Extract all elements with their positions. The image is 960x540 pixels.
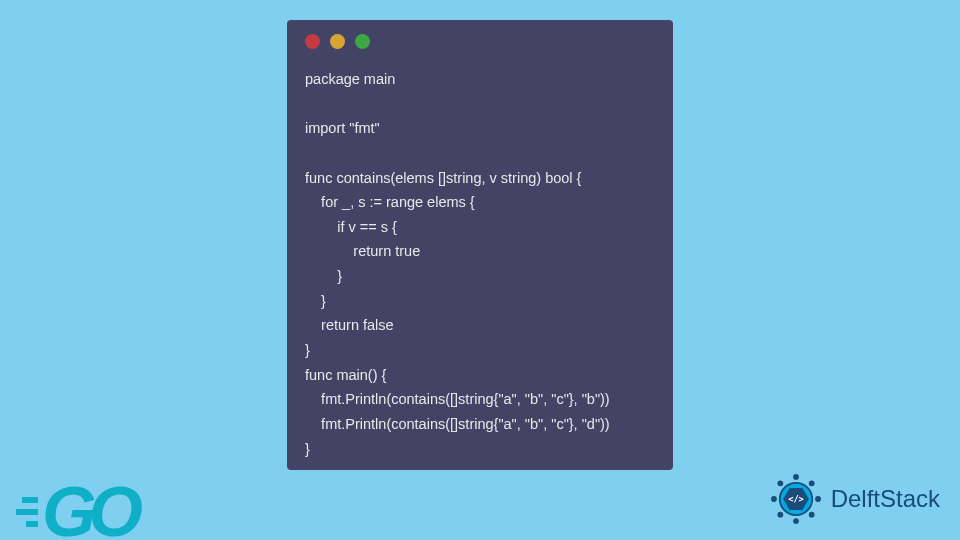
code-content: package main import "fmt" func contains(… bbox=[305, 67, 655, 461]
code-window: package main import "fmt" func contains(… bbox=[287, 20, 673, 470]
go-logo-text: GO bbox=[42, 484, 135, 540]
close-dot-icon bbox=[305, 34, 320, 49]
svg-point-5 bbox=[777, 512, 783, 518]
delftstack-logo: </> DelftStack bbox=[767, 470, 940, 528]
svg-point-0 bbox=[793, 474, 799, 480]
svg-point-4 bbox=[793, 518, 799, 524]
svg-point-1 bbox=[808, 480, 814, 486]
maximize-dot-icon bbox=[355, 34, 370, 49]
svg-point-7 bbox=[777, 480, 783, 486]
delftstack-logo-text: DelftStack bbox=[831, 485, 940, 513]
window-controls bbox=[305, 34, 655, 49]
svg-text:</>: </> bbox=[788, 494, 804, 504]
go-speed-lines-icon bbox=[10, 497, 38, 527]
svg-point-6 bbox=[771, 496, 777, 502]
delftstack-icon: </> bbox=[767, 470, 825, 528]
minimize-dot-icon bbox=[330, 34, 345, 49]
svg-point-2 bbox=[815, 496, 821, 502]
go-logo: GO bbox=[10, 484, 135, 540]
svg-point-3 bbox=[808, 512, 814, 518]
